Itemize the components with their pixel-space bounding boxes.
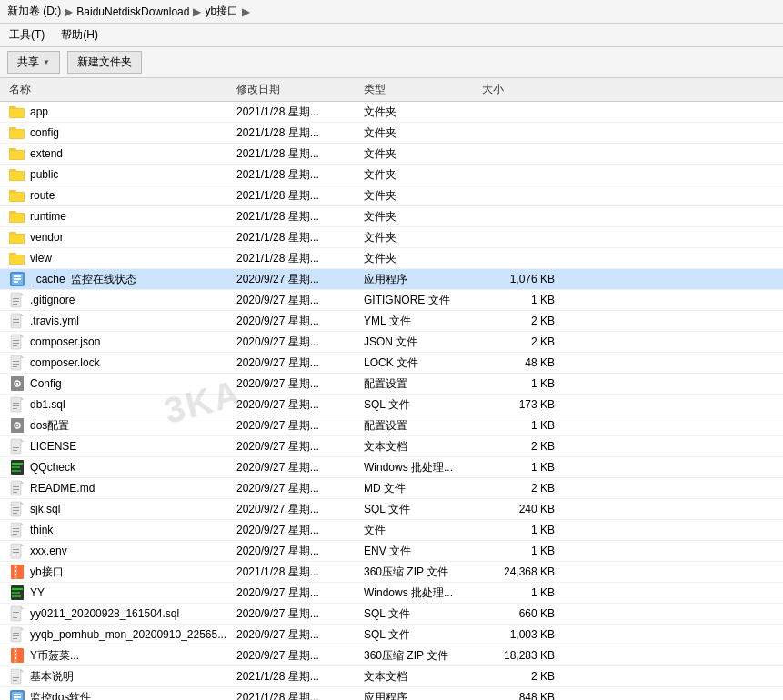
list-item[interactable]: db1.sql 2020/9/27 星期... SQL 文件 173 KB xyxy=(0,395,783,415)
folder-icon xyxy=(9,208,25,225)
svg-rect-76 xyxy=(13,445,19,445)
toolbar: 共享 ▼ 新建文件夹 xyxy=(0,47,783,78)
file-size: 1 KB xyxy=(482,377,564,390)
file-name: .travis.yml xyxy=(30,315,79,327)
svg-marker-118 xyxy=(21,606,24,609)
list-item[interactable]: public 2021/1/28 星期... 文件夹 xyxy=(0,165,783,185)
file-size: 2 KB xyxy=(482,670,564,683)
svg-rect-115 xyxy=(12,595,21,597)
list-item[interactable]: config 2021/1/28 星期... 文件夹 xyxy=(0,123,783,144)
list-item[interactable]: composer.json 2020/9/27 星期... JSON 文件 2 … xyxy=(0,332,783,353)
svg-point-72 xyxy=(16,425,18,426)
list-item[interactable]: QQcheck 2020/9/27 星期... Windows 批处理... 1… xyxy=(0,457,783,478)
col-header-size[interactable]: 大小 xyxy=(482,82,564,97)
list-item[interactable]: .gitignore 2020/9/27 星期... GITIGNORE 文件 … xyxy=(0,290,783,311)
list-item[interactable]: Y币菠菜... 2020/9/27 星期... 360压缩 ZIP 文件 18,… xyxy=(0,645,783,666)
svg-rect-131 xyxy=(15,654,16,655)
svg-rect-99 xyxy=(13,531,19,532)
svg-rect-109 xyxy=(15,566,16,568)
file-type: MD 文件 xyxy=(364,481,482,496)
list-item[interactable]: LICENSE 2020/9/27 星期... 文本文档 2 KB xyxy=(0,436,783,457)
col-header-date[interactable]: 修改日期 xyxy=(236,82,364,97)
svg-rect-7 xyxy=(10,130,24,138)
list-item[interactable]: view 2021/1/28 星期... 文件夹 xyxy=(0,248,783,269)
file-date: 2021/1/28 星期... xyxy=(236,209,364,225)
menu-tools[interactable]: 工具(T) xyxy=(5,25,48,45)
col-header-type[interactable]: 类型 xyxy=(364,82,482,97)
breadcrumb-folder2[interactable]: yb接口 xyxy=(205,4,238,19)
file-type: SQL 文件 xyxy=(364,397,482,413)
breadcrumb-folder1[interactable]: BaiduNetdiskDownload xyxy=(76,5,189,18)
svg-rect-42 xyxy=(13,304,17,305)
list-item[interactable]: app 2021/1/28 星期... 文件夹 xyxy=(0,102,783,123)
file-name: composer.lock xyxy=(30,356,100,369)
list-item[interactable]: yb接口 2021/1/28 星期... 360压缩 ZIP 文件 24,368… xyxy=(0,562,783,583)
svg-rect-114 xyxy=(12,592,20,594)
file-name: Y币菠菜... xyxy=(30,648,79,664)
file-type: 文件夹 xyxy=(364,209,482,225)
zip-icon xyxy=(9,564,25,580)
list-item[interactable]: .travis.yml 2020/9/27 星期... YML 文件 2 KB xyxy=(0,311,783,332)
svg-marker-97 xyxy=(21,523,24,525)
col-header-name[interactable]: 名称 xyxy=(0,82,236,97)
svg-rect-78 xyxy=(13,450,17,451)
file-name: config xyxy=(30,126,59,139)
svg-rect-81 xyxy=(12,466,20,468)
file-icon xyxy=(9,501,25,517)
list-item[interactable]: 基本说明 2021/1/28 星期... 文本文档 2 KB xyxy=(0,666,783,687)
svg-rect-55 xyxy=(11,355,21,370)
list-item[interactable]: 监控dos软件 2021/1/28 星期... 应用程序 848 KB xyxy=(0,687,783,700)
svg-marker-135 xyxy=(21,669,24,672)
list-item[interactable]: think 2020/9/27 星期... 文件 1 KB xyxy=(0,520,783,541)
svg-rect-43 xyxy=(11,314,21,328)
file-date: 2020/9/27 星期... xyxy=(236,355,364,371)
svg-rect-59 xyxy=(13,364,19,365)
file-size: 2 KB xyxy=(482,440,564,453)
list-item[interactable]: YY 2020/9/27 星期... Windows 批处理... 1 KB xyxy=(0,583,783,604)
file-date: 2020/9/27 星期... xyxy=(236,502,364,517)
file-date: 2020/9/27 星期... xyxy=(236,314,364,329)
file-date: 2020/9/27 星期... xyxy=(236,585,364,601)
breadcrumb-drive[interactable]: 新加卷 (D:) xyxy=(7,4,61,19)
list-item[interactable]: yy0211_20200928_161504.sql 2020/9/27 星期.… xyxy=(0,604,783,625)
list-item[interactable]: sjk.sql 2020/9/27 星期... SQL 文件 240 KB xyxy=(0,499,783,520)
file-size: 660 KB xyxy=(482,607,564,620)
list-item[interactable]: yyqb_pornhub_mon_20200910_22565... 2020/… xyxy=(0,625,783,645)
folder-icon xyxy=(9,125,25,141)
file-name: dos配置 xyxy=(30,418,69,434)
file-icon xyxy=(9,480,25,496)
file-name: public xyxy=(30,168,58,181)
list-item[interactable]: vendor 2021/1/28 星期... 文件夹 xyxy=(0,227,783,248)
list-item[interactable]: route 2021/1/28 星期... 文件夹 xyxy=(0,185,783,206)
svg-rect-80 xyxy=(12,463,23,465)
file-size: 1 KB xyxy=(482,419,564,432)
svg-rect-95 xyxy=(11,523,21,537)
svg-rect-60 xyxy=(13,366,17,367)
svg-rect-89 xyxy=(11,502,21,516)
file-type: 文件夹 xyxy=(364,188,482,204)
file-type: 文件夹 xyxy=(364,230,482,245)
file-date: 2020/9/27 星期... xyxy=(236,481,364,496)
svg-rect-73 xyxy=(11,439,21,454)
list-item[interactable]: xxx.env 2020/9/27 星期... ENV 文件 1 KB xyxy=(0,541,783,562)
breadcrumb-bar: 新加卷 (D:) ▶ BaiduNetdiskDownload ▶ yb接口 ▶ xyxy=(0,0,783,24)
svg-rect-106 xyxy=(13,555,17,555)
list-item[interactable]: composer.lock 2020/9/27 星期... LOCK 文件 48… xyxy=(0,353,783,374)
menu-help[interactable]: 帮助(H) xyxy=(57,25,102,45)
file-type: 应用程序 xyxy=(364,272,482,287)
file-type: SQL 文件 xyxy=(364,606,482,622)
svg-rect-93 xyxy=(13,510,19,511)
share-button[interactable]: 共享 ▼ xyxy=(7,51,60,74)
list-item[interactable]: dos配置 2020/9/27 星期... 配置设置 1 KB xyxy=(0,415,783,436)
list-item[interactable]: README.md 2020/9/27 星期... MD 文件 2 KB xyxy=(0,478,783,499)
list-item[interactable]: Config 2020/9/27 星期... 配置设置 1 KB xyxy=(0,374,783,395)
file-type: 文件夹 xyxy=(364,146,482,162)
svg-rect-82 xyxy=(12,470,21,472)
list-item[interactable]: extend 2021/1/28 星期... 文件夹 xyxy=(0,144,783,165)
file-list: app 2021/1/28 星期... 文件夹 config 2021/1/28… xyxy=(0,102,783,700)
svg-rect-64 xyxy=(11,397,21,412)
list-item[interactable]: _cache_监控在线状态 2020/9/27 星期... 应用程序 1,076… xyxy=(0,269,783,290)
new-folder-button[interactable]: 新建文件夹 xyxy=(67,51,142,74)
list-item[interactable]: runtime 2021/1/28 星期... 文件夹 xyxy=(0,206,783,227)
file-name: yy0211_20200928_161504.sql xyxy=(30,607,179,620)
